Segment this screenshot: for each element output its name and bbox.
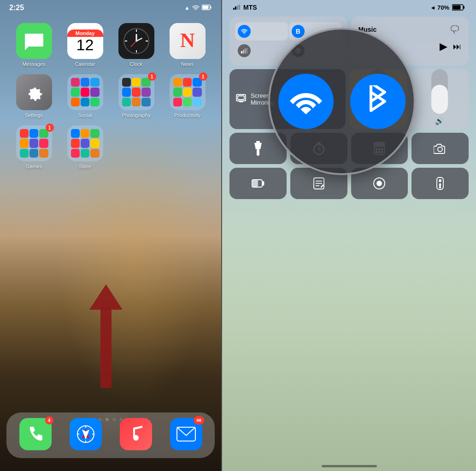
news-icon: N	[170, 23, 206, 59]
time-display: 2:25	[9, 4, 24, 12]
svg-point-31	[244, 33, 245, 34]
photography-folder-icon: 1	[118, 74, 154, 110]
svg-rect-52	[262, 182, 264, 185]
status-icons: ▲	[184, 5, 212, 12]
mail-badge: 98	[194, 416, 204, 424]
svg-text:N: N	[180, 29, 195, 52]
svg-rect-26	[237, 6, 238, 10]
app-photography[interactable]: 1 Photography	[111, 71, 162, 122]
svg-rect-35	[247, 48, 247, 53]
cellular-toggle[interactable]	[235, 41, 288, 60]
dock-mail[interactable]: 98	[170, 418, 202, 453]
volume-icon: 🔊	[435, 117, 444, 125]
photography-label: Photography	[122, 112, 150, 118]
calendar-label: Calendar	[75, 61, 95, 67]
battery-percent: 70%	[437, 4, 449, 11]
games-badge: 1	[46, 124, 54, 132]
svg-rect-40	[257, 149, 259, 156]
right-panel: MTS ◂ 70%	[222, 0, 476, 471]
svg-point-64	[440, 187, 441, 188]
wifi-icon	[192, 5, 200, 12]
screen-mirroring-icon	[236, 94, 246, 105]
app-productivity[interactable]: 1 Productivity	[162, 71, 213, 122]
games-label: Games	[26, 164, 42, 169]
dock-phone[interactable]: 4	[19, 418, 52, 453]
svg-rect-34	[245, 48, 246, 53]
productivity-badge: 1	[199, 72, 207, 81]
battery-icon	[202, 5, 212, 12]
calendar-icon: Monday 12	[67, 23, 103, 59]
app-messages[interactable]: Messages	[8, 19, 59, 71]
phone-badge: 4	[45, 416, 53, 424]
svg-rect-53	[253, 181, 258, 186]
wifi-toggle[interactable]	[235, 22, 288, 41]
wifi-circle-overlay	[268, 28, 416, 175]
app-news[interactable]: N News	[162, 19, 213, 71]
cellular-toggle-icon	[238, 44, 251, 57]
wifi-toggle-icon	[238, 25, 251, 38]
battery-info: ◂ 70%	[431, 4, 465, 11]
svg-rect-24	[233, 8, 235, 10]
bluetooth-large-icon	[350, 74, 405, 129]
clock-icon	[118, 23, 154, 59]
svg-rect-33	[243, 50, 244, 53]
app-clock[interactable]: Clock	[111, 19, 162, 71]
svg-rect-30	[453, 6, 461, 10]
swipe-up-arrow	[88, 287, 124, 388]
battery-button[interactable]	[229, 168, 287, 199]
status-bar-left: 2:25 ▲	[0, 0, 221, 14]
signal-icon: ▲	[184, 5, 190, 11]
forward-button[interactable]: ⏭	[453, 42, 461, 52]
app-store[interactable]: Store	[59, 122, 111, 173]
wifi-circle-inner	[270, 29, 414, 173]
mail-icon: 98	[170, 418, 202, 450]
remote-button[interactable]	[411, 168, 469, 199]
volume-slider[interactable]: 🔊	[411, 69, 469, 129]
volume-fill	[431, 85, 448, 114]
clock-label: Clock	[130, 61, 143, 67]
social-label: Social	[78, 112, 92, 118]
music-top: Music	[358, 23, 462, 36]
settings-label: Settings	[25, 112, 43, 118]
carrier-name: MTS	[243, 4, 257, 11]
svg-rect-29	[464, 6, 465, 9]
location-icon: ◂	[431, 4, 435, 11]
social-folder-icon	[67, 74, 103, 110]
carrier-info: MTS	[233, 4, 257, 11]
photography-badge: 1	[148, 72, 156, 81]
store-label: Store	[79, 164, 91, 169]
svg-rect-39	[256, 141, 260, 143]
games-folder-icon: 1	[16, 125, 52, 161]
airplay-button[interactable]	[448, 23, 461, 36]
app-calendar[interactable]: Monday 12 Calendar	[59, 19, 111, 71]
messages-icon	[16, 23, 52, 59]
signal-bars-icon	[233, 4, 241, 11]
app-grid: Messages Monday 12 Calendar	[0, 14, 221, 173]
svg-rect-38	[238, 96, 244, 100]
svg-point-50	[438, 147, 442, 152]
dock-music[interactable]	[120, 418, 152, 453]
productivity-folder-icon: 1	[170, 74, 206, 110]
calendar-date: 12	[76, 37, 94, 53]
home-indicator	[322, 465, 377, 467]
dock: 4	[6, 412, 215, 458]
left-panel: 2:25 ▲	[0, 0, 221, 471]
svg-rect-25	[235, 6, 236, 10]
svg-point-59	[377, 181, 382, 186]
productivity-label: Productivity	[174, 112, 200, 118]
camera-button[interactable]	[411, 133, 469, 164]
svg-rect-27	[239, 5, 240, 10]
play-button[interactable]: ▶	[440, 41, 447, 53]
app-settings[interactable]: Settings	[8, 71, 59, 122]
safari-icon	[70, 418, 102, 450]
app-games[interactable]: 1 Games	[8, 122, 59, 173]
svg-point-63	[440, 184, 441, 186]
svg-rect-32	[241, 51, 242, 53]
wifi-large-icon	[278, 74, 334, 129]
dock-safari[interactable]	[70, 418, 102, 453]
svg-rect-2	[211, 6, 212, 8]
volume-slider-track	[431, 69, 448, 114]
app-social[interactable]: Social	[59, 71, 111, 122]
phone-icon: 4	[19, 418, 52, 450]
svg-rect-3	[203, 6, 209, 9]
